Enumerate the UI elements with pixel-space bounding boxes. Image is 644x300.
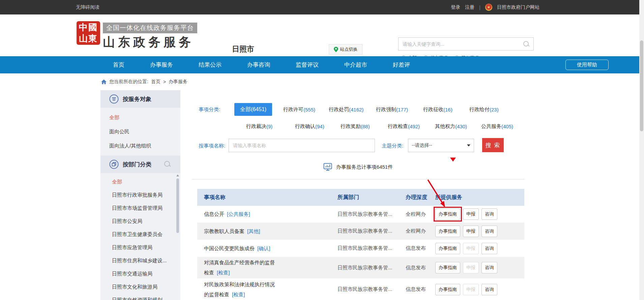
consult-button[interactable]: 咨询 [481,284,497,295]
category-name: 公共服务 [481,123,501,130]
main-content: 事项分类: 全部(6451) 行政许可(555) 行政处罚(4162) 行政强制… [192,90,524,300]
consult-button[interactable]: 咨询 [481,208,497,220]
category-coercion[interactable]: 行政强制(177) [376,101,423,118]
nav-item-consult[interactable]: 办事咨询 [247,61,270,69]
breadcrumb-home-link[interactable]: 首页 [151,79,160,85]
nav-item-rating[interactable]: 好差评 [393,61,410,69]
guide-button[interactable]: 办事指南 [435,226,460,237]
target-item-all[interactable]: 全部 [100,110,180,125]
category-name: 行政处罚 [329,106,349,113]
item-type-tag[interactable]: [公共服务] [227,211,250,217]
category-penalty[interactable]: 行政处罚(4162) [329,101,376,118]
search-icon[interactable] [523,41,529,47]
nav-item-services[interactable]: 办事服务 [150,61,173,69]
col-services: 所提供服务 [435,194,524,201]
category-count: (177) [396,107,408,112]
register-link[interactable]: 注册 [465,4,474,10]
guide-button[interactable]: 办事指南 [435,262,460,273]
item-name-filter-label: 按事项名称: [199,143,225,149]
dept-item[interactable]: 日照市市场监督管理局 [100,201,180,214]
table-row: 中国公民变更民族成份[确认] 日照市民族宗教事务管... 信息发布 办事指南 申… [197,240,524,257]
dept-item[interactable]: 日照市卫生健康委员会 [100,228,180,241]
item-name-input[interactable] [229,139,375,152]
apply-button-disabled: 申报 [463,243,479,254]
category-count: (88) [361,124,370,129]
category-other-power[interactable]: 其他权力(430) [423,118,469,135]
target-item-citizen[interactable]: 面向公民 [100,125,180,139]
category-inspection[interactable]: 行政检查(492) [376,118,423,135]
dept-item[interactable]: 日照市文化和旅游局 [100,280,180,293]
category-levy[interactable]: 行政征收(16) [423,101,469,118]
login-link[interactable]: 登录 [451,4,460,10]
accessibility-link[interactable]: 无障碍阅读 [76,4,99,10]
site-switch-button[interactable]: 站点切换 [329,44,362,55]
category-licensing[interactable]: 行政许可(555) [283,101,329,118]
item-type-tag[interactable]: [其他] [247,228,260,234]
item-name-link[interactable]: 对清真食品生产经营条件的监督检查 [204,260,275,275]
item-type-tag[interactable]: [检查] [232,292,245,297]
category-ruling[interactable]: 行政裁决(9) [234,118,283,135]
category-confirmation[interactable]: 行政确认(94) [283,118,329,135]
keyword-search-input[interactable] [399,41,523,47]
nav-item-supervision[interactable]: 监督评议 [296,61,319,69]
dept-item[interactable]: 日照市自然资源和规划... [100,293,180,300]
guide-button[interactable]: 办事指南 [435,208,460,220]
item-type-tag[interactable]: [确认] [257,245,270,251]
page-scrollbar[interactable] [639,0,644,300]
table-row: 宗教教职人员备案[其他] 日照市民族宗教事务管... 全程网办 办事指南 申报 … [197,223,524,240]
help-button[interactable]: 使用帮助 [565,60,609,70]
scroll-up-icon[interactable] [176,174,179,176]
apply-button[interactable]: 申报 [463,208,479,220]
item-department: 日照市民族宗教事务管... [338,245,406,252]
consult-button[interactable]: 咨询 [481,262,497,273]
consult-button[interactable]: 咨询 [481,226,497,237]
apply-button[interactable]: 申报 [463,226,479,237]
item-name-link[interactable]: 中国公民变更民族成份 [204,245,255,251]
category-reward[interactable]: 行政奖励(88) [329,118,376,135]
dept-item[interactable]: 日照市公安局 [100,214,180,228]
nav-item-intermediary[interactable]: 中介超市 [344,61,367,69]
table-row: 对民族政策和法律法规执行情况的监督检查[检查] 日照市民族宗教事务管... 信息… [197,278,524,300]
category-filter: 全部(6451) 行政许可(555) 行政处罚(4162) 行政强制(177) … [234,101,515,135]
category-payment[interactable]: 行政给付(23) [469,101,515,118]
category-name: 行政裁决 [246,123,266,130]
breadcrumb-current: 办事服务 [169,79,187,85]
item-name-link[interactable]: 宗教教职人员备案 [204,228,244,234]
header: 中國山東 全国一体化在线政务服务平台 山东政务服务 日照市 站点切换 全部 权力… [0,14,644,56]
item-department: 日照市民族宗教事务管... [338,265,406,271]
category-all[interactable]: 全部(6451) [234,103,272,116]
summary-total-text: 办事服务总计事项6451件 [336,164,393,170]
platform-tagline: 全国一体化在线政务服务平台 [103,23,197,33]
site-switch-label: 站点切换 [340,46,358,53]
page-scrollbar-thumb[interactable] [640,40,643,131]
category-public-service[interactable]: 公共服务(405) [469,118,515,135]
category-count: (492) [408,124,420,129]
item-type-tag[interactable]: [检查] [217,270,230,275]
topic-select[interactable]: --请选择-- [408,139,474,152]
nav-item-home[interactable]: 首页 [113,61,124,69]
target-item-legal-person[interactable]: 面向法人/其他组织 [100,139,180,153]
portal-site-link[interactable]: 日照市政府门户网站 [497,4,539,10]
category-name: 行政奖励 [341,123,361,130]
apply-button-disabled: 申报 [463,284,479,295]
dept-item-all[interactable]: 全部 [100,175,180,188]
dept-item[interactable]: 日照市行政审批服务局 [100,188,180,201]
category-name: 行政给付 [469,106,490,113]
dept-item[interactable]: 日照市住房和城乡建设... [100,254,180,267]
dept-item[interactable]: 日照市应急管理局 [100,241,180,254]
department-scrollbar[interactable] [176,174,179,300]
item-depth: 信息发布 [406,265,435,271]
scrollbar-thumb[interactable] [176,178,179,233]
consult-button[interactable]: 咨询 [481,243,497,254]
guide-button[interactable]: 办事指南 [435,243,460,254]
search-button[interactable]: 搜 索 [482,138,504,152]
by-target-list: 全部 面向公民 面向法人/其他组织 [100,108,180,156]
department-category-icon [109,160,119,169]
item-name-link[interactable]: 信息公开 [204,211,224,217]
dept-item[interactable]: 日照市交通运输局 [100,267,180,280]
department-search-icon[interactable] [164,161,171,168]
nav-item-results[interactable]: 结果公示 [199,61,222,69]
category-name: 其他权力 [435,123,455,130]
guide-button[interactable]: 办事指南 [435,284,460,295]
category-name: 全部 [240,106,251,113]
